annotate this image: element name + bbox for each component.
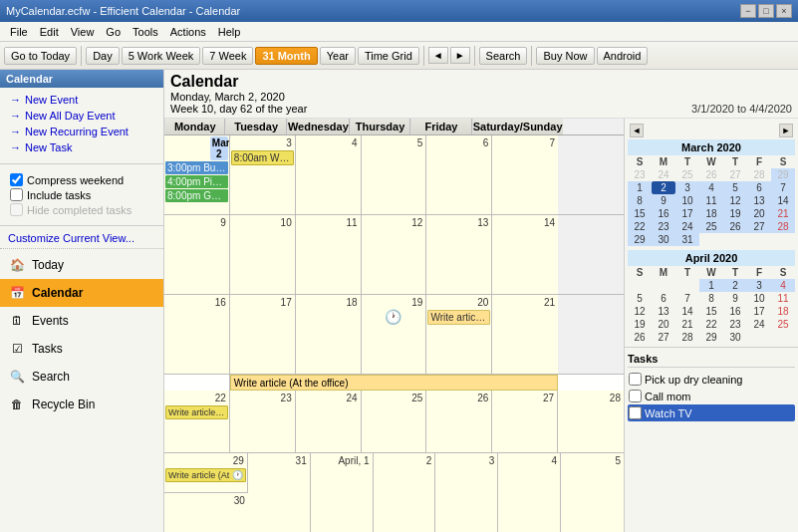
task-checkbox[interactable] (629, 390, 642, 402)
cal-cell[interactable]: 7 (492, 135, 558, 214)
goto-today-button[interactable]: Go to Today (4, 47, 77, 65)
year-view-button[interactable]: Year (320, 47, 356, 65)
close-button[interactable]: × (776, 4, 792, 18)
cal-date: 28 (559, 392, 623, 404)
april-cal-title: April 2020 (628, 250, 795, 266)
sidebar-item-tasks[interactable]: ☑ Tasks (0, 335, 163, 363)
cal-cell[interactable]: 14 (492, 215, 558, 294)
cal-cell[interactable]: 10 (230, 215, 296, 294)
day-header-mon: Monday (164, 119, 225, 134)
hide-completed-tasks-checkbox[interactable]: Hide completed tasks (6, 202, 157, 217)
cal-event[interactable]: Write article (At th (165, 405, 228, 419)
new-task-link[interactable]: New Task (6, 139, 157, 155)
menu-go[interactable]: Go (100, 24, 127, 40)
cal-cell[interactable]: 4 (498, 453, 561, 532)
cal-cell[interactable]: 31 (248, 453, 311, 532)
cal-cell[interactable]: 13 (426, 215, 492, 294)
cal-date: 18 (297, 296, 360, 309)
menu-edit[interactable]: Edit (34, 24, 65, 40)
nav-prev-button[interactable]: ◄ (428, 47, 448, 64)
sidebar-header: Calendar (0, 70, 163, 88)
sidebar-item-recycle[interactable]: 🗑 Recycle Bin (0, 391, 163, 418)
cal-event[interactable]: Write article (At the office) (427, 310, 490, 325)
cal-cell[interactable]: 3 (435, 453, 498, 532)
cal-cell[interactable]: 5 (561, 453, 624, 532)
cal-event[interactable]: 8:00am WindowsR (231, 150, 294, 165)
cal-cell[interactable]: 2 (374, 453, 436, 532)
sidebar-item-search[interactable]: 🔍 Search (0, 363, 163, 391)
cal-cell[interactable]: 9 (164, 215, 230, 294)
cal-cell[interactable]: March, 2 3:00pm Buy food f 4:00pm Pick u… (164, 135, 230, 214)
day-header-thu: Thursday (350, 119, 410, 134)
compress-weekend-checkbox[interactable]: Compress weekend (6, 172, 157, 187)
right-panel: Calendar Monday, March 2, 2020 Week 10, … (164, 70, 798, 532)
new-all-day-event-link[interactable]: New All Day Event (6, 108, 157, 124)
menu-file[interactable]: File (4, 24, 34, 40)
cal-event[interactable]: 3:00pm Buy food f (165, 161, 228, 174)
time-grid-button[interactable]: Time Grid (358, 47, 419, 65)
cal-cell[interactable]: 19 🕐 (362, 295, 427, 374)
cal-cell[interactable]: 20 Write article (At the office) (426, 295, 492, 374)
search-toolbar-button[interactable]: Search (479, 47, 528, 65)
new-event-link[interactable]: New Event (6, 92, 157, 108)
menu-actions[interactable]: Actions (164, 24, 212, 40)
mini-prev-button[interactable]: ◄ (630, 124, 644, 137)
cal-cell[interactable]: 23 (230, 391, 296, 452)
task-checkbox[interactable] (629, 373, 642, 386)
task-item-selected[interactable]: Watch TV (628, 404, 795, 421)
cal-cell[interactable]: 16 (164, 295, 230, 374)
menu-view[interactable]: View (65, 24, 101, 40)
customize-view-link[interactable]: Customize Current View... (0, 230, 163, 246)
android-button[interactable]: Android (597, 47, 649, 65)
spanning-event[interactable]: Write article (At the office) (230, 375, 558, 391)
cal-cell[interactable]: 5 (362, 135, 427, 214)
cal-cell[interactable]: April, 1 (311, 453, 374, 532)
sidebar-item-calendar[interactable]: 📅 Calendar (0, 279, 163, 307)
nav-next-button[interactable]: ► (450, 47, 470, 64)
cal-cell[interactable]: 27 (492, 391, 558, 452)
sidebar-options: Compress weekend Include tasks Hide comp… (0, 168, 163, 221)
recycle-label: Recycle Bin (32, 398, 95, 411)
cal-event[interactable]: Write article (At 🕐 (165, 468, 246, 482)
day-header-tue: Tuesday (225, 119, 286, 134)
cal-cell[interactable]: 3 8:00am WindowsR (230, 135, 296, 214)
cal-cell[interactable]: 24 (296, 391, 362, 452)
cal-cell[interactable]: 21 (492, 295, 558, 374)
cal-cell-30[interactable]: 30 (164, 493, 248, 532)
maximize-button[interactable]: □ (758, 4, 774, 18)
mini-next-button[interactable]: ► (779, 124, 793, 137)
cal-date: 24 (297, 392, 360, 404)
menu-help[interactable]: Help (212, 24, 247, 40)
sidebar-item-events[interactable]: 🗓 Events (0, 307, 163, 335)
cal-cell[interactable]: 28 (558, 391, 624, 452)
cal-cell[interactable]: 11 (296, 215, 362, 294)
menu-tools[interactable]: Tools (127, 24, 164, 40)
calendar-grid-area: Monday Tuesday Wednesday Thursday Friday… (164, 119, 798, 532)
new-recurring-event-link[interactable]: New Recurring Event (6, 124, 157, 139)
cal-cell[interactable]: 25 (362, 391, 427, 452)
cal-cell[interactable]: 18 (296, 295, 362, 374)
cal-event[interactable]: 4:00pm Pick up kid (165, 175, 228, 188)
sidebar-divider-2 (0, 225, 163, 226)
minimize-button[interactable]: − (740, 4, 756, 18)
task-checkbox[interactable] (629, 406, 642, 419)
week-view-button[interactable]: 7 Week (202, 47, 253, 65)
cal-cell[interactable]: 17 (230, 295, 296, 374)
cal-cell[interactable]: 4 (296, 135, 362, 214)
cal-event[interactable]: 8:00pm Go home (165, 189, 228, 202)
cal-cell[interactable]: 26 (426, 391, 492, 452)
cal-cell[interactable]: 22 Write article (At th (164, 391, 230, 452)
buy-now-button[interactable]: Buy Now (536, 47, 594, 65)
titlebar-title: MyCalendar.ecfw - Efficient Calendar - C… (6, 5, 240, 17)
cal-cell[interactable]: 6 (426, 135, 492, 214)
cal-cell-29[interactable]: 29 Write article (At 🕐 (164, 453, 248, 493)
task-item[interactable]: Call mom (628, 388, 795, 404)
task-item[interactable]: Pick up dry cleaning (628, 371, 795, 388)
sidebar-item-today[interactable]: 🏠 Today (0, 251, 163, 279)
day-view-button[interactable]: Day (86, 47, 120, 65)
march-cal-table: SMTWTFS 23242526272829 1234567 891011121… (628, 155, 795, 246)
work-week-button[interactable]: 5 Work Week (122, 47, 201, 65)
month-view-button[interactable]: 31 Month (255, 47, 317, 65)
include-tasks-checkbox[interactable]: Include tasks (6, 187, 157, 202)
cal-cell[interactable]: 12 (362, 215, 427, 294)
